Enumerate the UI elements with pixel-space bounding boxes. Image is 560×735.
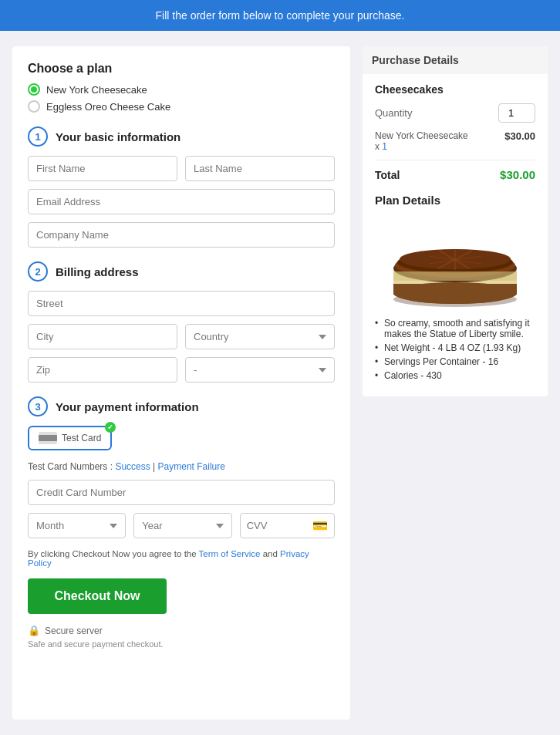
email-input[interactable] [28,189,335,214]
zip-state-row: - [28,357,335,383]
company-row [28,222,335,248]
cheesecakes-label: Cheesecakes [375,83,535,96]
card-stripe-icon [39,435,57,441]
section-header-billing: 2 Billing address [28,261,335,282]
email-row [28,189,335,214]
street-row [28,291,335,316]
plan-option-nyc[interactable]: New York Cheesecake [28,83,335,96]
total-price: $30.00 [500,168,535,181]
section-header-payment: 3 Your payment information [28,396,335,416]
plan-details-title: Plan Details [375,194,535,207]
main-container: Choose a plan New York Cheesecake Eggles… [0,31,560,735]
section-number-2: 2 [28,261,48,282]
terms-link[interactable]: Term of Service [199,549,261,558]
item-qty-link[interactable]: 1 [382,141,387,152]
total-row: Total $30.00 [375,168,535,181]
terms-mid: and [261,549,281,558]
plan-bullets: So creamy, smooth and satisfying it make… [375,318,535,381]
test-card-text: Test Card Numbers : [28,461,113,472]
city-input[interactable] [28,324,177,349]
terms-prefix: By clicking Checkout Now you agree to th… [28,549,199,558]
cheesecake-svg [386,216,525,308]
section-number-3: 3 [28,396,48,416]
total-label: Total [375,169,400,181]
plan-bullet: Calories - 430 [375,370,535,381]
country-select[interactable]: Country [185,324,335,349]
section-number-1: 1 [28,126,48,147]
state-select[interactable]: - [185,357,335,383]
banner-text: Fill the order form below to complete yo… [156,9,405,22]
quantity-row: Quantity [375,103,535,123]
payment-methods: Test Card [28,426,335,450]
cc-row [28,480,335,505]
plan-label-nyc: New York Cheesecake [46,84,147,96]
test-card-label: Test Card [62,433,101,443]
radio-nyc[interactable] [28,83,40,96]
lock-icon: 🔒 [28,625,40,636]
item-price: $30.00 [504,130,535,142]
secure-sub: Safe and secure payment checkout. [28,639,335,649]
zip-input[interactable] [28,357,177,383]
year-select[interactable]: Year 20242025 20262027 2028 [133,513,231,538]
cc-number-input[interactable] [28,480,335,505]
cvv-wrapper: 💳 [240,513,335,538]
test-card-option[interactable]: Test Card [28,426,112,450]
plan-label-oreo: Eggless Oreo Cheese Cake [46,101,170,113]
cvv-row: Month 0102 0304 0506 0708 0910 1112 Year… [28,513,335,538]
city-country-row: Country [28,324,335,349]
cvv-card-icon: 💳 [312,518,328,533]
plan-bullet: Net Weight - 4 LB 4 OZ (1.93 Kg) [375,342,535,353]
left-panel: Choose a plan New York Cheesecake Eggles… [12,46,350,720]
success-link[interactable]: Success [115,461,150,472]
terms-text: By clicking Checkout Now you agree to th… [28,549,335,568]
item-name-text: New York Cheesecake x [375,130,468,152]
month-select[interactable]: Month 0102 0304 0506 0708 0910 1112 [28,513,126,538]
secure-label: Secure server [45,625,103,636]
right-panel: Purchase Details Cheesecakes Quantity Ne… [363,46,548,396]
street-input[interactable] [28,291,335,316]
svg-rect-15 [393,271,517,281]
name-row [28,156,335,181]
svg-rect-5 [393,284,517,295]
company-input[interactable] [28,222,335,248]
section-header-basic: 1 Your basic information [28,126,335,147]
cvv-input[interactable] [247,514,312,538]
quantity-label: Quantity [375,107,412,119]
test-card-info: Test Card Numbers : Success | Payment Fa… [28,461,335,472]
plan-title: Choose a plan [28,62,335,76]
checkout-label: Checkout Now [54,589,140,602]
quantity-input[interactable] [498,103,535,123]
last-name-input[interactable] [185,156,335,181]
plan-bullet: So creamy, smooth and satisfying it make… [375,318,535,339]
radio-oreo[interactable] [28,100,40,113]
checkout-button[interactable]: Checkout Now [28,578,167,614]
section-title-payment: Your payment information [56,400,199,413]
item-name: New York Cheesecake x 1 [375,130,475,152]
section-title-billing: Billing address [56,265,139,278]
plan-bullet: Servings Per Container - 16 [375,356,535,367]
failure-link[interactable]: Payment Failure [158,461,225,472]
cheesecake-image-container [375,216,535,308]
section-title-basic: Your basic information [56,130,180,143]
top-banner: Fill the order form below to complete yo… [0,0,560,31]
purchase-details-title: Purchase Details [363,46,548,74]
first-name-input[interactable] [28,156,177,181]
item-row: New York Cheesecake x 1 $30.00 [375,130,535,160]
separator: | [153,461,155,472]
card-icon [39,432,57,444]
secure-info: 🔒 Secure server [28,625,335,636]
plan-option-oreo[interactable]: Eggless Oreo Cheese Cake [28,100,335,113]
selected-check-badge [105,422,116,433]
